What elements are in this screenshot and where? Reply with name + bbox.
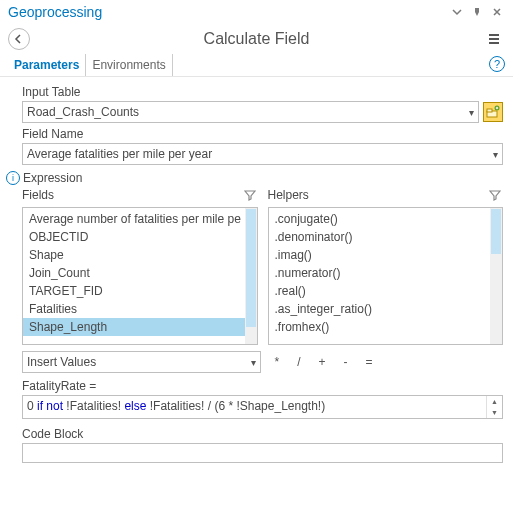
scrollbar[interactable]: [245, 208, 257, 344]
list-item[interactable]: .denominator(): [269, 228, 491, 246]
list-item[interactable]: Average number of fatalities per mile pe: [23, 210, 245, 228]
operator-row: * / + - =: [271, 355, 504, 369]
list-item[interactable]: TARGET_FID: [23, 282, 245, 300]
svg-rect-1: [487, 109, 492, 112]
tab-environments[interactable]: Environments: [86, 54, 172, 76]
input-table-label: Input Table: [22, 85, 503, 99]
field-name-value: Average fatalities per mile per year: [27, 147, 493, 161]
help-icon[interactable]: ?: [489, 56, 505, 72]
close-icon[interactable]: [489, 4, 505, 20]
code-block-input[interactable]: [22, 443, 503, 463]
back-button[interactable]: [8, 28, 30, 50]
input-table-value: Road_Crash_Counts: [27, 105, 469, 119]
hamburger-icon[interactable]: [483, 28, 505, 50]
chevron-down-icon: ▾: [493, 149, 498, 160]
info-icon[interactable]: i: [6, 171, 20, 185]
tool-title: Calculate Field: [30, 30, 483, 48]
add-layer-button[interactable]: [483, 102, 503, 122]
op-multiply[interactable]: *: [275, 355, 280, 369]
list-item[interactable]: Shape: [23, 246, 245, 264]
list-item[interactable]: .fromhex(): [269, 318, 491, 336]
chevron-down-icon: ▾: [251, 357, 256, 368]
insert-values-label: Insert Values: [27, 355, 251, 369]
filter-icon[interactable]: [487, 187, 503, 203]
insert-values-combo[interactable]: Insert Values ▾: [22, 351, 261, 373]
filter-icon[interactable]: [242, 187, 258, 203]
fields-header: Fields: [22, 188, 242, 202]
op-add[interactable]: +: [319, 355, 326, 369]
panel-title: Geoprocessing: [8, 4, 445, 20]
field-name-label: Field Name: [22, 127, 503, 141]
list-item[interactable]: .as_integer_ratio(): [269, 300, 491, 318]
op-subtract[interactable]: -: [344, 355, 348, 369]
expression-spinner[interactable]: ▲▼: [486, 396, 502, 418]
expression-input[interactable]: 0 if not !Fatalities! else !Fatalities! …: [22, 395, 503, 419]
list-item[interactable]: .conjugate(): [269, 210, 491, 228]
list-item[interactable]: Shape_Length: [23, 318, 245, 336]
fields-listbox[interactable]: Average number of fatalities per mile pe…: [22, 207, 258, 345]
chevron-down-icon: ▾: [469, 107, 474, 118]
list-item[interactable]: Join_Count: [23, 264, 245, 282]
helpers-header: Helpers: [268, 188, 488, 202]
list-item[interactable]: .numerator(): [269, 264, 491, 282]
tab-parameters[interactable]: Parameters: [8, 54, 86, 76]
list-item[interactable]: .imag(): [269, 246, 491, 264]
list-item[interactable]: Fatalities: [23, 300, 245, 318]
expression-result-label: FatalityRate =: [22, 379, 503, 393]
dropdown-icon[interactable]: [449, 4, 465, 20]
op-equals[interactable]: =: [366, 355, 373, 369]
pin-icon[interactable]: [469, 4, 485, 20]
code-block-label: Code Block: [22, 427, 503, 441]
helpers-listbox[interactable]: .conjugate().denominator().imag().numera…: [268, 207, 504, 345]
list-item[interactable]: .real(): [269, 282, 491, 300]
field-name-combo[interactable]: Average fatalities per mile per year ▾: [22, 143, 503, 165]
list-item[interactable]: OBJECTID: [23, 228, 245, 246]
scrollbar[interactable]: [490, 208, 502, 344]
op-divide[interactable]: /: [297, 355, 300, 369]
input-table-combo[interactable]: Road_Crash_Counts ▾: [22, 101, 479, 123]
expression-label: Expression: [23, 171, 82, 185]
